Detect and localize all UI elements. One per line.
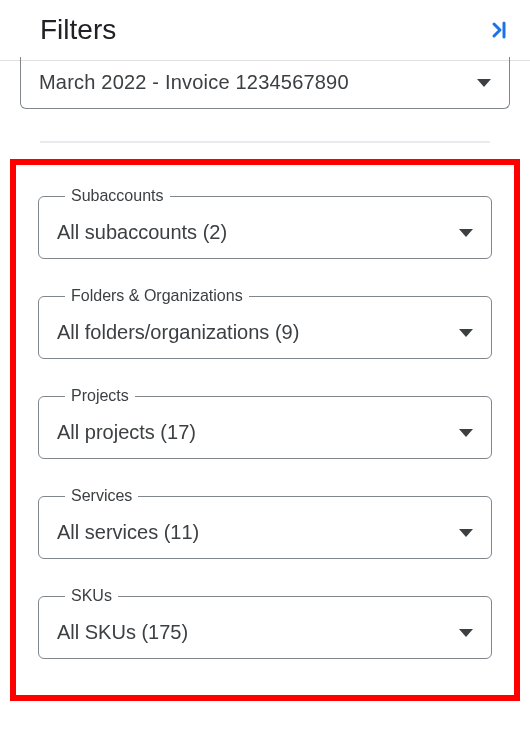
invoice-value: March 2022 - Invoice 1234567890 [39, 71, 349, 94]
folders-orgs-label: Folders & Organizations [65, 287, 249, 305]
dropdown-arrow-icon [477, 79, 491, 87]
services-dropdown[interactable]: Services All services (11) [38, 487, 492, 559]
filters-header: Filters [0, 0, 530, 61]
projects-dropdown[interactable]: Projects All projects (17) [38, 387, 492, 459]
folders-orgs-dropdown[interactable]: Folders & Organizations All folders/orga… [38, 287, 492, 359]
skus-value: All SKUs (175) [57, 621, 188, 644]
skus-label: SKUs [65, 587, 118, 605]
services-value: All services (11) [57, 521, 199, 544]
filters-highlight-box: Subaccounts All subaccounts (2) Folders … [10, 159, 520, 701]
skus-dropdown[interactable]: SKUs All SKUs (175) [38, 587, 492, 659]
collapse-panel-button[interactable] [486, 18, 510, 42]
dropdown-arrow-icon [459, 629, 473, 637]
chevron-right-collapse-icon [486, 18, 510, 42]
dropdown-arrow-icon [459, 229, 473, 237]
subaccounts-label: Subaccounts [65, 187, 170, 205]
folders-orgs-value: All folders/organizations (9) [57, 321, 299, 344]
dropdown-arrow-icon [459, 329, 473, 337]
projects-value: All projects (17) [57, 421, 196, 444]
services-label: Services [65, 487, 138, 505]
subaccounts-dropdown[interactable]: Subaccounts All subaccounts (2) [38, 187, 492, 259]
projects-label: Projects [65, 387, 135, 405]
dropdown-arrow-icon [459, 529, 473, 537]
invoice-dropdown[interactable]: March 2022 - Invoice 1234567890 [20, 57, 510, 109]
section-divider [40, 141, 490, 143]
dropdown-arrow-icon [459, 429, 473, 437]
page-title: Filters [40, 14, 116, 46]
subaccounts-value: All subaccounts (2) [57, 221, 227, 244]
